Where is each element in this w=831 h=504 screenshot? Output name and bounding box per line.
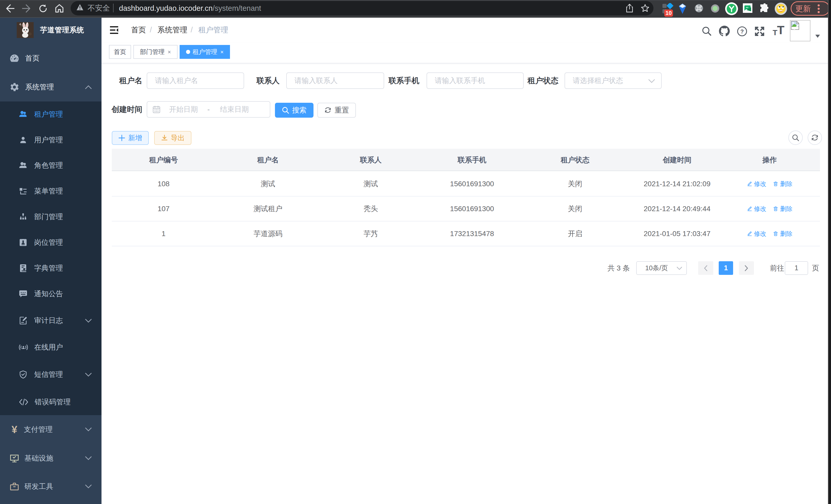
svg-text:?: ?	[740, 28, 744, 35]
